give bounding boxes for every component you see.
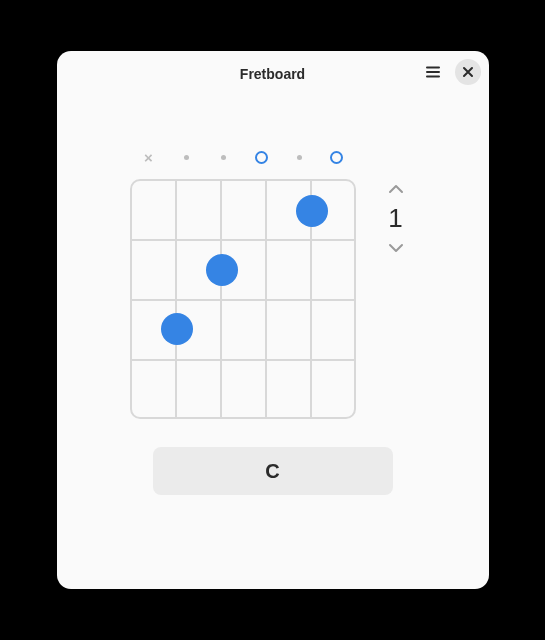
inactive-dot-icon [184, 155, 189, 160]
finger-dot[interactable] [296, 195, 328, 227]
fret-line [132, 239, 354, 241]
string-marker-2[interactable] [167, 147, 205, 167]
chord-name-label: C [265, 460, 279, 483]
inactive-dot-icon [297, 155, 302, 160]
finger-dot[interactable] [206, 254, 238, 286]
string-markers: × [128, 143, 358, 171]
string-marker-4[interactable] [243, 147, 281, 167]
position-number: 1 [388, 203, 402, 234]
content: × [57, 97, 489, 589]
chevron-up-icon [388, 184, 404, 194]
inactive-dot-icon [221, 155, 226, 160]
fret-line [132, 359, 354, 361]
position-up-button[interactable] [386, 179, 406, 199]
fretboard-grid[interactable] [130, 179, 356, 419]
chevron-down-icon [388, 243, 404, 253]
header-actions [421, 59, 481, 85]
string-line [220, 181, 222, 417]
string-marker-5[interactable] [280, 147, 318, 167]
close-button[interactable] [455, 59, 481, 85]
close-icon [462, 66, 474, 78]
app-title: Fretboard [240, 66, 305, 82]
titlebar: Fretboard [57, 51, 489, 97]
menu-button[interactable] [421, 60, 445, 84]
string-marker-6[interactable] [318, 147, 356, 167]
app-window: Fretboard × [57, 51, 489, 589]
string-marker-1[interactable]: × [130, 147, 168, 167]
muted-icon: × [144, 149, 153, 166]
fret-line [132, 299, 354, 301]
chord-column: × [128, 143, 358, 419]
string-marker-3[interactable] [205, 147, 243, 167]
fretboard-area: × [128, 143, 418, 419]
hamburger-icon [425, 64, 441, 80]
chord-name-field[interactable]: C [153, 447, 393, 495]
position-down-button[interactable] [386, 238, 406, 258]
position-control: 1 [374, 179, 418, 258]
string-line [175, 181, 177, 417]
open-string-icon [330, 151, 343, 164]
open-string-icon [255, 151, 268, 164]
string-line [265, 181, 267, 417]
finger-dot[interactable] [161, 313, 193, 345]
